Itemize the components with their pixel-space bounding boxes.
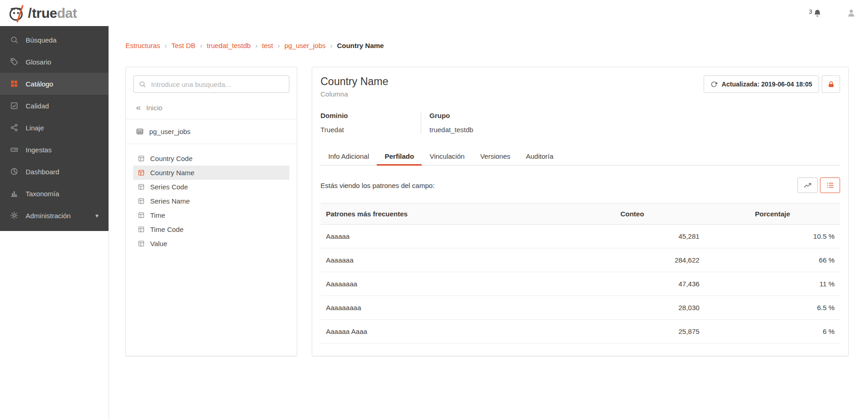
line-chart-icon [803,181,812,189]
sidebar-item-label: Glosario [26,58,51,66]
breadcrumb-link-truedat-testdb[interactable]: truedat_testdb [207,42,251,49]
tab-vinculacion[interactable]: Vinculación [422,147,472,165]
sidebar-item-label: Calidad [26,102,49,110]
back-label: Inicio [146,104,163,112]
percentage-cell: 66 % [705,248,840,272]
lock-button[interactable] [822,75,840,93]
patterns-table-body: Aaaaaa45,28110.5 %Aaaaaaa284,62266 %Aaaa… [320,225,840,344]
sidebar-item-busqueda[interactable]: Búsqueda [0,29,108,51]
parent-table-label: pg_user_jobs [149,128,190,135]
column-list: Country CodeCountry NameSeries CodeSerie… [133,151,289,251]
breadcrumb-separator: › [277,42,280,49]
column-item-value[interactable]: Value [133,236,289,251]
table-row: Aaaaaaa284,62266 % [320,248,840,272]
column-icon [138,212,145,219]
column-item-time-code[interactable]: Time Code [133,222,289,236]
sidebar-item-calidad[interactable]: Calidad [0,95,108,117]
count-cell: 25,875 [559,320,705,344]
sidebar-item-ingestas[interactable]: Ingestas [0,139,108,161]
patterns-caption: Estás viendo los patrones del campo: [320,182,434,189]
topbar: /truedat 3 [0,0,868,26]
structure-browser-panel: « Inicio pg_user_jobs Country CodeCountr… [125,67,297,356]
percentage-cell: 6.5 % [705,296,840,320]
sidebar-item-dashboard[interactable]: Dashboard [0,161,108,183]
breadcrumb-separator: › [330,42,332,49]
header-actions: Actualizada: 2019-06-04 18:05 [704,75,840,93]
list-view-button[interactable] [820,177,840,193]
sidebar-item-catalogo[interactable]: Catálogo [0,73,108,95]
sidebar-item-label: Linaje [26,124,44,132]
bars-icon [10,189,18,198]
breadcrumb-link-estructuras[interactable]: Estructuras [125,42,160,49]
share-icon [10,124,18,132]
updated-label: Actualizada: 2019-06-04 18:05 [722,81,812,88]
tab-auditoria[interactable]: Auditoría [518,147,561,165]
count-cell: 47,436 [559,272,705,296]
page-title: Country Name [320,75,388,88]
column-header-porcentaje: Porcentaje [705,204,840,225]
notifications-button[interactable]: 3 [809,9,822,17]
column-item-series-name[interactable]: Series Name [133,194,289,208]
view-toggle-group [797,177,840,193]
percentage-cell: 6 % [705,320,840,344]
sidebar: BúsquedaGlosarioCatálogoCalidadLinajeIng… [0,26,109,419]
back-to-inicio-link[interactable]: « Inicio [133,104,289,112]
chart-view-button[interactable] [797,177,818,193]
breadcrumb-separator: › [255,42,258,49]
patterns-table-header-row: Patrones más frecuentesConteoPorcentaje [320,204,840,225]
column-item-time[interactable]: Time [133,208,289,222]
search-icon [139,81,146,88]
column-item-country-name[interactable]: Country Name [133,166,289,180]
owl-logo-icon [7,4,27,23]
refresh-updated-button[interactable]: Actualizada: 2019-06-04 18:05 [704,75,819,93]
meta-grupo: Grupotruedat_testdb [421,112,496,134]
percentage-cell: 11 % [705,272,840,296]
breadcrumb-link-test[interactable]: test [262,42,273,49]
sidebar-nav: BúsquedaGlosarioCatálogoCalidadLinajeIng… [0,26,108,231]
count-cell: 284,622 [559,248,705,272]
pattern-cell: Aaaaaaaa [320,272,559,296]
sidebar-item-glosario[interactable]: Glosario [0,51,108,73]
user-avatar-icon[interactable] [846,8,856,18]
sidebar-item-linaje[interactable]: Linaje [0,117,108,139]
patterns-caption-row: Estás viendo los patrones del campo: [320,177,840,193]
breadcrumb-current: Country Name [337,42,384,49]
pattern-cell: Aaaaaa Aaaa [320,320,559,344]
tab-perfilado[interactable]: Perfilado [377,147,422,165]
column-item-series-code[interactable]: Series Code [133,180,289,194]
structure-search-input[interactable] [133,75,289,93]
check-square-icon [10,102,18,110]
breadcrumb-separator: › [165,42,167,49]
breadcrumb-link-pg-user-jobs[interactable]: pg_user_jobs [284,42,326,49]
structure-type-label: Columna [320,90,388,98]
pattern-cell: Aaaaaaaaa [320,296,559,320]
logo-brand-primary: true [32,5,57,21]
pie-icon [10,167,18,176]
column-item-country-code[interactable]: Country Code [133,151,289,166]
meta-dominio: DominioTruedat [320,112,421,134]
divider [126,144,297,144]
breadcrumb-link-test-db[interactable]: Test DB [172,42,196,49]
count-cell: 28,030 [559,296,705,320]
table-icon [136,128,144,135]
cards-row: « Inicio pg_user_jobs Country CodeCountr… [125,67,849,356]
tag-icon [10,58,18,66]
divider [126,119,297,119]
column-icon [138,240,145,247]
truedat-logo[interactable]: /truedat [7,4,77,23]
meta-value: truedat_testdb [429,126,473,134]
bell-icon [813,9,822,17]
notification-count-badge: 3 [809,8,812,15]
tab-info-adicional[interactable]: Info Adicional [320,147,377,165]
column-label: Series Name [150,197,190,205]
chevron-down-icon: ▾ [95,212,98,219]
parent-table-item[interactable]: pg_user_jobs [133,127,289,136]
table-row: Aaaaaa Aaaa25,8756 % [320,320,840,344]
column-icon [138,198,145,204]
tab-versiones[interactable]: Versiones [472,147,518,165]
sidebar-item-administracion[interactable]: Administración▾ [0,204,108,226]
sidebar-item-taxonomia[interactable]: Taxonomía [0,183,108,204]
column-label: Country Code [150,155,193,162]
column-label: Series Code [150,183,188,191]
list-icon [826,181,834,189]
